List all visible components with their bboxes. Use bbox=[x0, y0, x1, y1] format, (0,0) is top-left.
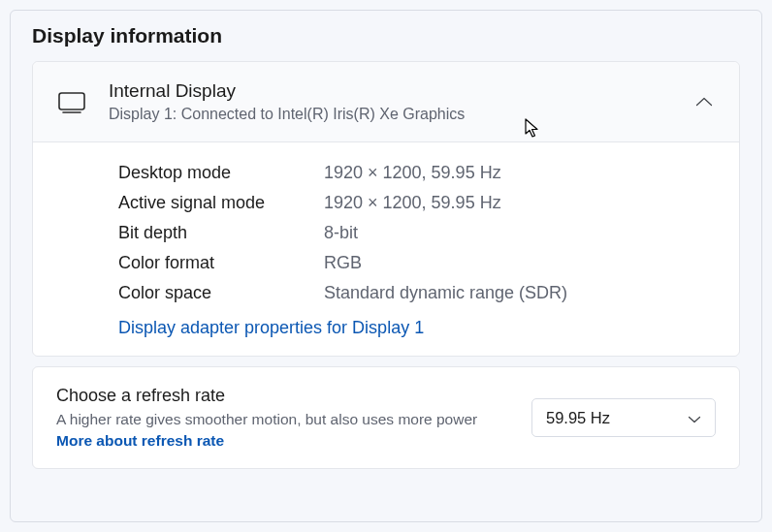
chevron-up-icon bbox=[692, 90, 716, 113]
refresh-rate-dropdown[interactable]: 59.95 Hz bbox=[531, 398, 716, 437]
info-row: Bit depth 8-bit bbox=[118, 218, 716, 248]
info-label: Color space bbox=[118, 283, 324, 303]
info-value: Standard dynamic range (SDR) bbox=[324, 283, 567, 303]
chevron-down-icon bbox=[688, 409, 701, 427]
refresh-subtitle: A higher rate gives smoother motion, but… bbox=[56, 409, 512, 451]
more-about-refresh-link[interactable]: More about refresh rate bbox=[56, 432, 224, 449]
refresh-selected-value: 59.95 Hz bbox=[546, 409, 610, 427]
monitor-icon bbox=[58, 92, 85, 111]
info-label: Active signal mode bbox=[118, 193, 324, 213]
info-value: RGB bbox=[324, 253, 362, 273]
refresh-title: Choose a refresh rate bbox=[56, 385, 512, 407]
info-row: Active signal mode 1920 × 1200, 59.95 Hz bbox=[118, 188, 716, 218]
info-row: Color format RGB bbox=[118, 248, 716, 278]
display-title: Internal Display bbox=[109, 79, 692, 104]
display-information-panel: Display information Internal Display Dis… bbox=[10, 10, 762, 522]
info-label: Color format bbox=[118, 253, 324, 273]
info-value: 1920 × 1200, 59.95 Hz bbox=[324, 193, 501, 213]
svg-rect-0 bbox=[59, 93, 84, 110]
refresh-text-block: Choose a refresh rate A higher rate give… bbox=[56, 385, 512, 451]
internal-display-card: Internal Display Display 1: Connected to… bbox=[32, 61, 740, 357]
display-card-header[interactable]: Internal Display Display 1: Connected to… bbox=[33, 62, 739, 142]
refresh-rate-card: Choose a refresh rate A higher rate give… bbox=[32, 366, 740, 469]
display-adapter-link[interactable]: Display adapter properties for Display 1 bbox=[118, 318, 424, 338]
refresh-subtitle-text: A higher rate gives smoother motion, but… bbox=[56, 411, 477, 427]
info-value: 1920 × 1200, 59.95 Hz bbox=[324, 163, 501, 183]
display-card-body: Desktop mode 1920 × 1200, 59.95 Hz Activ… bbox=[33, 142, 739, 356]
info-value: 8-bit bbox=[324, 223, 358, 243]
info-row: Desktop mode 1920 × 1200, 59.95 Hz bbox=[118, 158, 716, 188]
display-subtitle: Display 1: Connected to Intel(R) Iris(R)… bbox=[109, 105, 692, 125]
info-label: Bit depth bbox=[118, 223, 324, 243]
display-header-text: Internal Display Display 1: Connected to… bbox=[109, 79, 692, 124]
section-title: Display information bbox=[32, 24, 740, 47]
info-label: Desktop mode bbox=[118, 163, 324, 183]
info-row: Color space Standard dynamic range (SDR) bbox=[118, 278, 716, 308]
